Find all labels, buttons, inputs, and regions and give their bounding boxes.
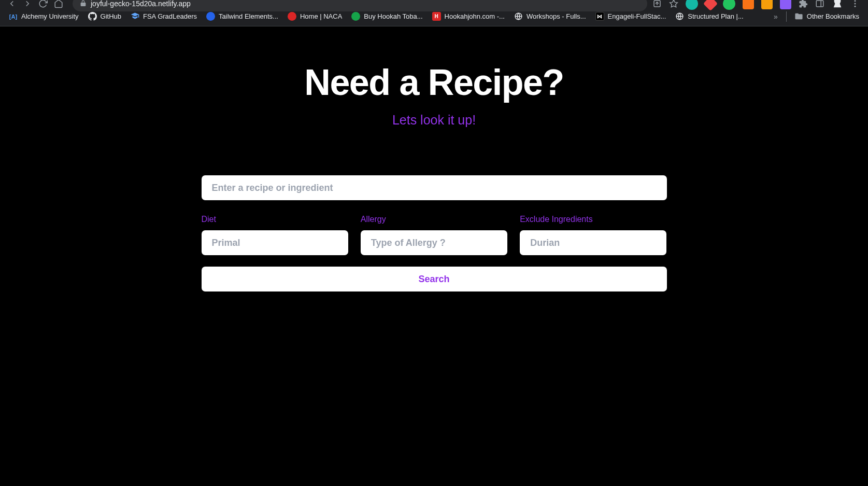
allergy-field: Allergy <box>361 215 507 255</box>
bookmark-label: Buy Hookah Toba... <box>364 12 422 20</box>
exclude-field: Exclude Ingredients <box>520 215 666 255</box>
separator <box>786 11 787 22</box>
home-button[interactable] <box>52 0 65 10</box>
menu-icon[interactable] <box>850 0 860 8</box>
bookmark-label: Tailwind Elements... <box>219 12 278 20</box>
url-bar[interactable]: joyful-gecko-15d20a.netlify.app <box>73 0 647 11</box>
extension-icon[interactable] <box>761 0 773 9</box>
other-bookmarks[interactable]: Other Bookmarks <box>790 10 864 23</box>
bookmarks-overflow[interactable]: » <box>769 12 783 21</box>
filter-row: Diet Allergy Exclude Ingredients <box>202 215 667 255</box>
diet-field: Diet <box>202 215 348 255</box>
bookmark-icon <box>206 12 215 21</box>
reload-button[interactable] <box>36 0 50 10</box>
extension-icon[interactable] <box>703 0 718 11</box>
bookmark-item[interactable]: H Hookahjohn.com -... <box>428 10 509 23</box>
bookmark-icon: H <box>432 12 441 21</box>
extension-icon[interactable] <box>723 0 735 10</box>
back-button[interactable] <box>5 0 19 10</box>
bookmark-label: Alchemy University <box>21 12 79 20</box>
search-button[interactable]: Search <box>202 267 667 291</box>
toolbar-right <box>652 0 863 10</box>
page-content: Need a Recipe? Lets look it up! Diet All… <box>0 26 868 486</box>
extension-icon[interactable] <box>743 0 754 9</box>
bookmark-icon: [A] <box>9 12 18 21</box>
globe-icon <box>514 12 523 21</box>
lock-icon <box>80 0 87 7</box>
allergy-label: Allergy <box>361 215 507 224</box>
browser-toolbar: joyful-gecko-15d20a.netlify.app <box>0 0 868 7</box>
bookmark-item[interactable]: Workshops - Fulls... <box>509 10 591 23</box>
bookmark-icon <box>288 12 296 21</box>
github-icon <box>88 12 97 21</box>
other-bookmarks-label: Other Bookmarks <box>807 12 859 20</box>
grad-icon <box>131 12 139 21</box>
allergy-input[interactable] <box>361 230 507 255</box>
exclude-label: Exclude Ingredients <box>520 215 666 224</box>
bookmark-item[interactable]: Buy Hookah Toba... <box>347 10 427 23</box>
extensions-menu-icon[interactable] <box>799 0 808 8</box>
bookmark-label: Home | NACA <box>300 12 342 20</box>
side-panel-icon[interactable] <box>815 0 824 8</box>
bookmark-item[interactable]: GitHub <box>83 10 126 23</box>
extension-icon[interactable] <box>780 0 791 9</box>
bookmark-icon <box>351 12 360 21</box>
bookmark-item[interactable]: FSA GradLeaders <box>126 10 202 23</box>
bookmark-item[interactable]: Tailwind Elements... <box>202 10 283 23</box>
bookmark-item[interactable]: [A] Alchemy University <box>4 10 83 23</box>
page-title: Need a Recipe? <box>304 62 563 103</box>
bookmark-item[interactable]: Structured Plan |... <box>671 10 748 23</box>
bookmark-icon: ⋈ <box>595 12 604 21</box>
bookmark-label: Engageli-FullStac... <box>608 12 666 20</box>
bookmark-label: FSA GradLeaders <box>143 12 197 20</box>
svg-point-4 <box>855 0 856 2</box>
svg-point-5 <box>855 3 856 4</box>
extension-icon[interactable] <box>686 0 698 10</box>
recipe-input[interactable] <box>202 175 667 200</box>
svg-rect-2 <box>816 1 823 7</box>
share-icon[interactable] <box>652 0 662 8</box>
folder-icon <box>794 12 803 21</box>
svg-point-6 <box>855 5 856 7</box>
bookmark-item[interactable]: Home | NACA <box>283 10 347 23</box>
bookmark-label: Structured Plan |... <box>688 12 743 20</box>
search-form: Diet Allergy Exclude Ingredients Search <box>202 175 667 291</box>
page-subtitle: Lets look it up! <box>392 113 476 128</box>
bookmark-label: Hookahjohn.com -... <box>445 12 505 20</box>
globe-icon <box>675 12 684 21</box>
svg-marker-1 <box>670 0 678 7</box>
profile-icon[interactable] <box>832 0 843 9</box>
exclude-input[interactable] <box>520 230 666 255</box>
bookmark-label: GitHub <box>101 12 121 20</box>
diet-input[interactable] <box>202 230 348 255</box>
bookmark-item[interactable]: ⋈ Engageli-FullStac... <box>591 10 671 23</box>
url-text: joyful-gecko-15d20a.netlify.app <box>91 0 191 8</box>
bookmark-label: Workshops - Fulls... <box>527 12 586 20</box>
forward-button[interactable] <box>21 0 34 10</box>
star-icon[interactable] <box>669 0 678 8</box>
diet-label: Diet <box>202 215 348 224</box>
